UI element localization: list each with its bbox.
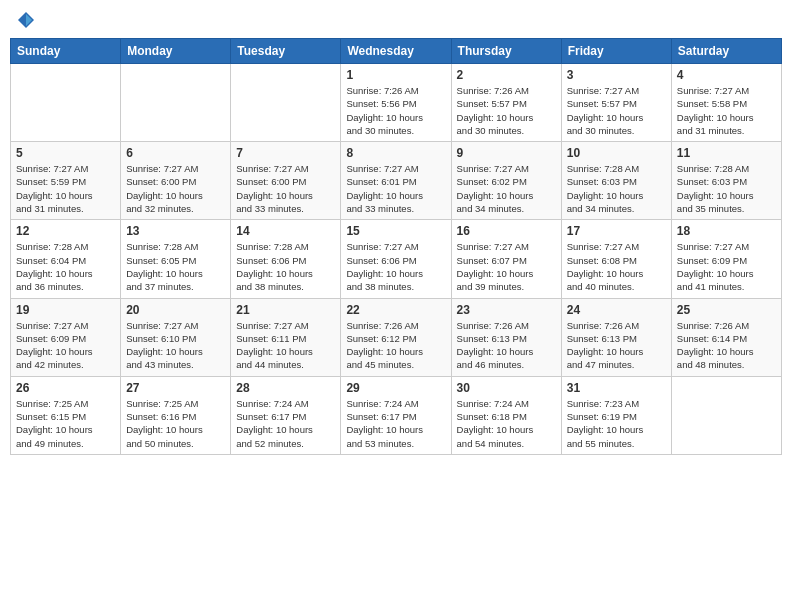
day-info: Sunrise: 7:27 AM Sunset: 5:57 PM Dayligh… [567, 84, 666, 137]
calendar-cell: 18Sunrise: 7:27 AM Sunset: 6:09 PM Dayli… [671, 220, 781, 298]
day-info: Sunrise: 7:26 AM Sunset: 6:13 PM Dayligh… [567, 319, 666, 372]
day-info: Sunrise: 7:27 AM Sunset: 5:58 PM Dayligh… [677, 84, 776, 137]
calendar-cell: 5Sunrise: 7:27 AM Sunset: 5:59 PM Daylig… [11, 142, 121, 220]
calendar-cell: 26Sunrise: 7:25 AM Sunset: 6:15 PM Dayli… [11, 376, 121, 454]
day-info: Sunrise: 7:27 AM Sunset: 6:00 PM Dayligh… [236, 162, 335, 215]
day-info: Sunrise: 7:23 AM Sunset: 6:19 PM Dayligh… [567, 397, 666, 450]
day-info: Sunrise: 7:26 AM Sunset: 6:14 PM Dayligh… [677, 319, 776, 372]
calendar-cell: 10Sunrise: 7:28 AM Sunset: 6:03 PM Dayli… [561, 142, 671, 220]
day-header-sunday: Sunday [11, 39, 121, 64]
day-header-saturday: Saturday [671, 39, 781, 64]
day-number: 21 [236, 303, 335, 317]
day-number: 22 [346, 303, 445, 317]
calendar-cell: 30Sunrise: 7:24 AM Sunset: 6:18 PM Dayli… [451, 376, 561, 454]
day-number: 10 [567, 146, 666, 160]
day-info: Sunrise: 7:28 AM Sunset: 6:04 PM Dayligh… [16, 240, 115, 293]
day-info: Sunrise: 7:26 AM Sunset: 5:56 PM Dayligh… [346, 84, 445, 137]
day-number: 13 [126, 224, 225, 238]
day-number: 19 [16, 303, 115, 317]
calendar-cell: 2Sunrise: 7:26 AM Sunset: 5:57 PM Daylig… [451, 64, 561, 142]
day-info: Sunrise: 7:27 AM Sunset: 6:07 PM Dayligh… [457, 240, 556, 293]
calendar: SundayMondayTuesdayWednesdayThursdayFrid… [10, 38, 782, 455]
day-info: Sunrise: 7:27 AM Sunset: 6:06 PM Dayligh… [346, 240, 445, 293]
calendar-cell: 4Sunrise: 7:27 AM Sunset: 5:58 PM Daylig… [671, 64, 781, 142]
day-number: 15 [346, 224, 445, 238]
day-info: Sunrise: 7:26 AM Sunset: 5:57 PM Dayligh… [457, 84, 556, 137]
day-number: 8 [346, 146, 445, 160]
logo [14, 10, 36, 30]
day-info: Sunrise: 7:24 AM Sunset: 6:17 PM Dayligh… [236, 397, 335, 450]
calendar-cell: 8Sunrise: 7:27 AM Sunset: 6:01 PM Daylig… [341, 142, 451, 220]
day-number: 2 [457, 68, 556, 82]
calendar-cell: 25Sunrise: 7:26 AM Sunset: 6:14 PM Dayli… [671, 298, 781, 376]
calendar-cell: 15Sunrise: 7:27 AM Sunset: 6:06 PM Dayli… [341, 220, 451, 298]
day-info: Sunrise: 7:27 AM Sunset: 6:09 PM Dayligh… [16, 319, 115, 372]
day-info: Sunrise: 7:26 AM Sunset: 6:13 PM Dayligh… [457, 319, 556, 372]
day-number: 25 [677, 303, 776, 317]
day-number: 18 [677, 224, 776, 238]
calendar-cell: 7Sunrise: 7:27 AM Sunset: 6:00 PM Daylig… [231, 142, 341, 220]
calendar-cell: 28Sunrise: 7:24 AM Sunset: 6:17 PM Dayli… [231, 376, 341, 454]
calendar-cell: 13Sunrise: 7:28 AM Sunset: 6:05 PM Dayli… [121, 220, 231, 298]
calendar-cell: 6Sunrise: 7:27 AM Sunset: 6:00 PM Daylig… [121, 142, 231, 220]
day-header-thursday: Thursday [451, 39, 561, 64]
day-number: 1 [346, 68, 445, 82]
day-number: 4 [677, 68, 776, 82]
day-number: 14 [236, 224, 335, 238]
day-number: 23 [457, 303, 556, 317]
calendar-week-row: 26Sunrise: 7:25 AM Sunset: 6:15 PM Dayli… [11, 376, 782, 454]
calendar-cell: 3Sunrise: 7:27 AM Sunset: 5:57 PM Daylig… [561, 64, 671, 142]
calendar-cell [11, 64, 121, 142]
calendar-cell: 11Sunrise: 7:28 AM Sunset: 6:03 PM Dayli… [671, 142, 781, 220]
calendar-cell: 27Sunrise: 7:25 AM Sunset: 6:16 PM Dayli… [121, 376, 231, 454]
calendar-cell: 24Sunrise: 7:26 AM Sunset: 6:13 PM Dayli… [561, 298, 671, 376]
calendar-cell: 20Sunrise: 7:27 AM Sunset: 6:10 PM Dayli… [121, 298, 231, 376]
day-number: 3 [567, 68, 666, 82]
day-info: Sunrise: 7:24 AM Sunset: 6:18 PM Dayligh… [457, 397, 556, 450]
calendar-cell: 19Sunrise: 7:27 AM Sunset: 6:09 PM Dayli… [11, 298, 121, 376]
day-info: Sunrise: 7:27 AM Sunset: 6:10 PM Dayligh… [126, 319, 225, 372]
calendar-cell: 29Sunrise: 7:24 AM Sunset: 6:17 PM Dayli… [341, 376, 451, 454]
calendar-cell: 17Sunrise: 7:27 AM Sunset: 6:08 PM Dayli… [561, 220, 671, 298]
day-number: 29 [346, 381, 445, 395]
calendar-header-row: SundayMondayTuesdayWednesdayThursdayFrid… [11, 39, 782, 64]
day-header-friday: Friday [561, 39, 671, 64]
calendar-week-row: 1Sunrise: 7:26 AM Sunset: 5:56 PM Daylig… [11, 64, 782, 142]
day-number: 27 [126, 381, 225, 395]
day-info: Sunrise: 7:27 AM Sunset: 6:08 PM Dayligh… [567, 240, 666, 293]
day-number: 30 [457, 381, 556, 395]
page-header [10, 10, 782, 30]
day-number: 12 [16, 224, 115, 238]
day-info: Sunrise: 7:27 AM Sunset: 6:00 PM Dayligh… [126, 162, 225, 215]
calendar-week-row: 12Sunrise: 7:28 AM Sunset: 6:04 PM Dayli… [11, 220, 782, 298]
day-number: 5 [16, 146, 115, 160]
day-info: Sunrise: 7:27 AM Sunset: 5:59 PM Dayligh… [16, 162, 115, 215]
calendar-week-row: 19Sunrise: 7:27 AM Sunset: 6:09 PM Dayli… [11, 298, 782, 376]
calendar-cell: 21Sunrise: 7:27 AM Sunset: 6:11 PM Dayli… [231, 298, 341, 376]
day-number: 20 [126, 303, 225, 317]
day-info: Sunrise: 7:25 AM Sunset: 6:16 PM Dayligh… [126, 397, 225, 450]
day-header-tuesday: Tuesday [231, 39, 341, 64]
day-header-monday: Monday [121, 39, 231, 64]
day-info: Sunrise: 7:27 AM Sunset: 6:02 PM Dayligh… [457, 162, 556, 215]
day-number: 11 [677, 146, 776, 160]
calendar-week-row: 5Sunrise: 7:27 AM Sunset: 5:59 PM Daylig… [11, 142, 782, 220]
day-number: 24 [567, 303, 666, 317]
day-info: Sunrise: 7:28 AM Sunset: 6:06 PM Dayligh… [236, 240, 335, 293]
day-info: Sunrise: 7:27 AM Sunset: 6:01 PM Dayligh… [346, 162, 445, 215]
day-number: 17 [567, 224, 666, 238]
logo-icon [16, 10, 36, 30]
day-number: 7 [236, 146, 335, 160]
day-number: 6 [126, 146, 225, 160]
day-number: 9 [457, 146, 556, 160]
calendar-cell [231, 64, 341, 142]
day-number: 16 [457, 224, 556, 238]
calendar-cell: 22Sunrise: 7:26 AM Sunset: 6:12 PM Dayli… [341, 298, 451, 376]
day-info: Sunrise: 7:25 AM Sunset: 6:15 PM Dayligh… [16, 397, 115, 450]
day-number: 28 [236, 381, 335, 395]
day-info: Sunrise: 7:28 AM Sunset: 6:05 PM Dayligh… [126, 240, 225, 293]
calendar-cell: 14Sunrise: 7:28 AM Sunset: 6:06 PM Dayli… [231, 220, 341, 298]
calendar-cell: 9Sunrise: 7:27 AM Sunset: 6:02 PM Daylig… [451, 142, 561, 220]
day-info: Sunrise: 7:27 AM Sunset: 6:11 PM Dayligh… [236, 319, 335, 372]
day-header-wednesday: Wednesday [341, 39, 451, 64]
